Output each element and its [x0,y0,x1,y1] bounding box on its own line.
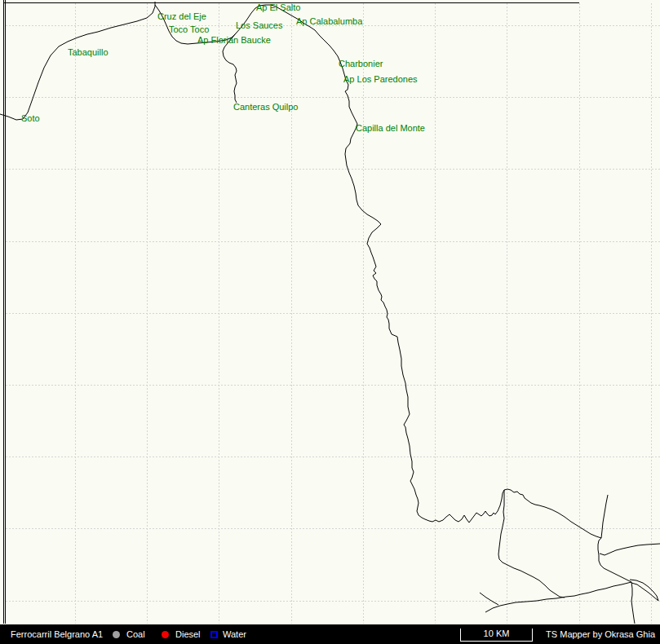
coal-circle-icon [113,631,120,638]
ts-mapper-window: Cruz del EjeToco TocoAp Florian BauckeLo… [0,0,660,644]
status-bar: Ferrocarril Belgrano A1 CoalDieselWater … [0,624,660,644]
station-label-cruz-del-eje: Cruz del Eje [157,11,206,21]
legend-label-coal: Coal [126,624,145,644]
route-name-label: Ferrocarril Belgrano A1 [11,624,103,644]
diesel-circle-icon [162,631,169,638]
station-label-tabaquillo: Tabaquillo [68,47,109,57]
scale-bar: 10 KM [460,629,533,642]
credit-label: TS Mapper by Okrasa Ghia [546,624,655,644]
station-label-toco-toco: Toco Toco [169,24,209,34]
map-canvas[interactable]: Cruz del EjeToco TocoAp Florian BauckeLo… [0,0,660,624]
station-label-ap-calabalumba: Ap Calabalumba [296,16,363,26]
map-viewport[interactable]: Cruz del EjeToco TocoAp Florian BauckeLo… [0,0,660,624]
scale-label: 10 KM [484,629,510,638]
map-background [0,0,660,624]
station-label-ap-los-paredones: Ap Los Paredones [343,74,418,84]
station-label-ap-el-salto: Ap El Salto [256,2,300,12]
station-label-capilla-del-monte: Capilla del Monte [356,123,425,133]
legend-label-water: Water [223,624,246,644]
water-square-icon [210,631,218,638]
station-label-charbonier: Charbonier [339,59,383,68]
station-label-ap-florian-baucke: Ap Florian Baucke [197,35,271,45]
station-label-canteras-quilpo: Canteras Quilpo [233,102,299,112]
station-label-soto: Soto [21,113,40,123]
legend-label-diesel: Diesel [175,624,201,644]
station-label-los-sauces: Los Sauces [236,20,283,30]
